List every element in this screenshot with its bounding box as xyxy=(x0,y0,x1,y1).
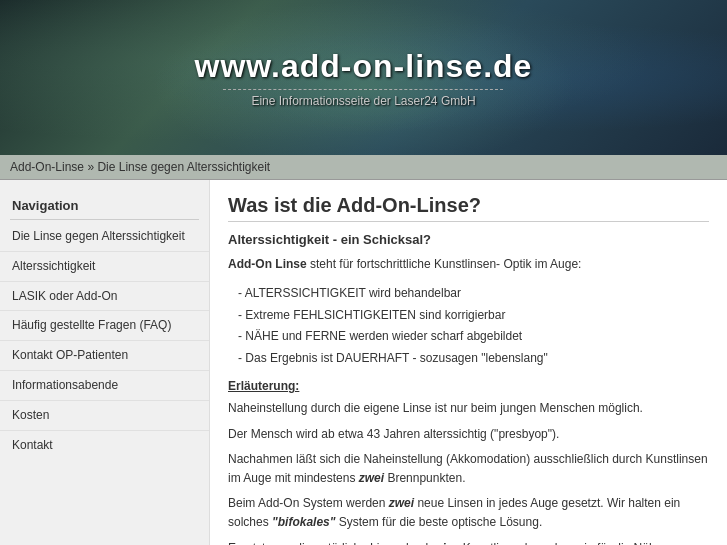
sidebar-divider xyxy=(10,219,199,220)
breadcrumb: Add-On-Linse » Die Linse gegen Alterssic… xyxy=(0,155,727,180)
body-para-2: Der Mensch wird ab etwa 43 Jahren alters… xyxy=(228,425,709,444)
main-content: Was ist die Add-On-Linse? Alterssichtigk… xyxy=(210,180,727,545)
main-wrapper: Navigation Die Linse gegen Alterssichtig… xyxy=(0,180,727,545)
header-divider xyxy=(223,89,503,90)
body-para-1: Naheinstellung durch die eigene Linse is… xyxy=(228,399,709,418)
sidebar-item-faq[interactable]: Häufig gestellte Fragen (FAQ) xyxy=(0,311,209,341)
bold-zwei-2: zwei xyxy=(389,496,414,510)
sidebar: Navigation Die Linse gegen Alterssichtig… xyxy=(0,180,210,545)
site-subtitle: Eine Informationsseite der Laser24 GmbH xyxy=(195,94,533,108)
body-para-5: Ersetzt man die natürliche Linse durch e… xyxy=(228,539,709,546)
section-label-erlaeuterung: Erläuterung: xyxy=(228,379,709,393)
content-intro-heading: Alterssichtigkeit - ein Schicksal? xyxy=(228,232,709,247)
body-para-3: Nachahmen läßt sich die Naheinstellung (… xyxy=(228,450,709,488)
sidebar-nav-title: Navigation xyxy=(0,190,209,217)
content-title: Was ist die Add-On-Linse? xyxy=(228,194,709,222)
content-body: Naheinstellung durch die eigene Linse is… xyxy=(228,399,709,545)
content-intro-bold: Add-On Linse xyxy=(228,257,307,271)
bold-eine: eine xyxy=(435,541,459,546)
list-item: Das Ergebnis ist DAUERHAFT - sozusagen "… xyxy=(238,348,709,370)
breadcrumb-separator: » xyxy=(87,160,97,174)
site-header: www.add-on-linse.de Eine Informationssei… xyxy=(0,0,727,155)
list-item: Extreme FEHLSICHTIGKEITEN sind korrigier… xyxy=(238,305,709,327)
bold-bifokales: "bifokales" xyxy=(272,515,335,529)
sidebar-item-kontakt-op[interactable]: Kontakt OP-Patienten xyxy=(0,341,209,371)
sidebar-item-linse-gegen-alterssichtigkeit[interactable]: Die Linse gegen Alterssichtigkeit xyxy=(0,222,209,252)
list-item: ALTERSSICHTIGKEIT wird behandelbar xyxy=(238,283,709,305)
site-title: www.add-on-linse.de xyxy=(195,48,533,85)
list-item: NÄHE und FERNE werden wieder scharf abge… xyxy=(238,326,709,348)
header-text-block: www.add-on-linse.de Eine Informationssei… xyxy=(195,48,533,108)
sidebar-item-alterssichtigkeit[interactable]: Alterssichtigkeit xyxy=(0,252,209,282)
sidebar-item-lasik-oder-addon[interactable]: LASIK oder Add-On xyxy=(0,282,209,312)
sidebar-item-kontakt[interactable]: Kontakt xyxy=(0,431,209,460)
bold-zwei: zwei xyxy=(359,471,384,485)
content-intro-paragraph: Add-On Linse steht für fortschrittliche … xyxy=(228,255,709,273)
body-para-4: Beim Add-On System werden zwei neue Lins… xyxy=(228,494,709,532)
content-bullet-list: ALTERSSICHTIGKEIT wird behandelbar Extre… xyxy=(238,283,709,369)
content-intro-text: steht für fortschrittliche Kunstlinsen- … xyxy=(307,257,582,271)
breadcrumb-link-home[interactable]: Add-On-Linse xyxy=(10,160,84,174)
sidebar-item-informationsabende[interactable]: Informationsabende xyxy=(0,371,209,401)
breadcrumb-current: Die Linse gegen Alterssichtigkeit xyxy=(97,160,270,174)
sidebar-item-kosten[interactable]: Kosten xyxy=(0,401,209,431)
